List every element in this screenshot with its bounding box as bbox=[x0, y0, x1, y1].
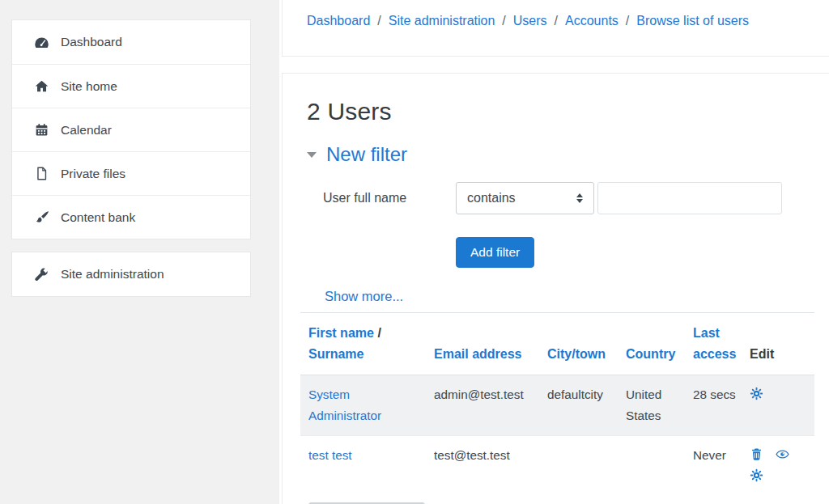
user-email-cell: test@test.test bbox=[426, 436, 539, 492]
user-city-cell: defaultcity bbox=[539, 375, 618, 436]
add-filter-button[interactable]: Add filter bbox=[456, 237, 534, 268]
content-card: 2 Users New filter User full name contai… bbox=[282, 73, 829, 504]
sidebar-item-dashboard[interactable]: Dashboard bbox=[12, 20, 250, 64]
user-country-cell bbox=[618, 436, 685, 492]
sidebar-item-site-home[interactable]: Site home bbox=[12, 64, 250, 108]
breadcrumb-separator: / bbox=[502, 14, 505, 28]
operator-select[interactable]: contains bbox=[456, 182, 594, 214]
header-city: City/town bbox=[539, 313, 618, 375]
header-edit: Edit bbox=[742, 313, 814, 375]
users-table: First name / Surname Email address City/… bbox=[300, 313, 814, 491]
nav-group-main: Dashboard Site home Calendar Private fil… bbox=[11, 19, 251, 239]
show-more-link[interactable]: Show more... bbox=[325, 289, 403, 304]
breadcrumb-link-dashboard[interactable]: Dashboard bbox=[307, 14, 370, 28]
breadcrumb-link-browse-list-of-users[interactable]: Browse list of users bbox=[636, 14, 749, 28]
filter-row: User full name contains bbox=[323, 182, 829, 214]
breadcrumb-card: Dashboard / Site administration / Users … bbox=[282, 0, 829, 57]
header-last-access: Last access bbox=[685, 313, 742, 375]
sort-email-link[interactable]: Email address bbox=[434, 347, 522, 361]
file-icon bbox=[34, 166, 49, 181]
sidebar-item-label: Site home bbox=[61, 79, 117, 94]
page-title: 2 Users bbox=[307, 98, 829, 125]
select-updown-icon bbox=[576, 193, 583, 203]
home-icon bbox=[34, 78, 49, 94]
breadcrumb-separator: / bbox=[377, 14, 380, 28]
sidebar-item-private-files[interactable]: Private files bbox=[12, 151, 250, 195]
sort-surname-link[interactable]: Surname bbox=[308, 347, 363, 361]
table-row: System Administrator admin@test.test def… bbox=[300, 375, 814, 436]
user-name-link[interactable]: test test bbox=[308, 448, 352, 462]
collapse-caret-icon bbox=[307, 152, 317, 158]
breadcrumb-link-site-administration[interactable]: Site administration bbox=[389, 14, 495, 28]
filter-value-input[interactable] bbox=[597, 182, 782, 214]
user-name-cell: System Administrator bbox=[300, 375, 426, 436]
sidebar-item-label: Private files bbox=[61, 167, 125, 181]
nav-group-admin: Site administration bbox=[11, 252, 251, 297]
breadcrumb: Dashboard / Site administration / Users … bbox=[307, 14, 829, 28]
breadcrumb-link-accounts[interactable]: Accounts bbox=[565, 14, 619, 28]
user-name-cell: test test bbox=[300, 436, 426, 492]
sidebar-item-label: Content bank bbox=[61, 210, 135, 225]
header-email: Email address bbox=[426, 313, 539, 375]
sidebar-item-label: Site administration bbox=[61, 267, 164, 282]
eye-icon[interactable] bbox=[776, 447, 789, 461]
user-edit-cell bbox=[742, 375, 814, 436]
calendar-icon bbox=[34, 122, 49, 138]
sidebar-item-calendar[interactable]: Calendar bbox=[12, 108, 250, 151]
user-last-access-cell: Never bbox=[685, 436, 742, 492]
user-edit-cell bbox=[742, 436, 814, 492]
nav-drawer: Dashboard Site home Calendar Private fil… bbox=[0, 0, 279, 504]
breadcrumb-link-users[interactable]: Users bbox=[513, 14, 547, 28]
sort-last-access-link[interactable]: Last access bbox=[693, 326, 736, 361]
user-last-access-cell: 28 secs bbox=[685, 375, 742, 436]
header-name: First name / Surname bbox=[300, 313, 426, 375]
wrench-icon bbox=[34, 267, 49, 282]
user-city-cell bbox=[539, 436, 618, 492]
header-country: Country bbox=[618, 313, 685, 375]
gear-icon[interactable] bbox=[750, 387, 763, 400]
sidebar-item-label: Calendar bbox=[61, 123, 112, 138]
new-filter-label: New filter bbox=[326, 143, 407, 166]
new-filter-toggle[interactable]: New filter bbox=[307, 143, 829, 166]
sort-city-link[interactable]: City/town bbox=[547, 347, 606, 361]
gear-icon[interactable] bbox=[750, 468, 763, 482]
sidebar-item-label: Dashboard bbox=[61, 35, 122, 49]
user-name-link[interactable]: System Administrator bbox=[308, 388, 381, 422]
dashboard-gauge-icon bbox=[34, 35, 49, 50]
trash-icon[interactable] bbox=[750, 447, 763, 461]
user-email-cell: admin@test.test bbox=[426, 375, 539, 436]
table-row: test test test@test.test Never bbox=[300, 436, 814, 492]
table-header-row: First name / Surname Email address City/… bbox=[300, 313, 814, 375]
sidebar-item-site-administration[interactable]: Site administration bbox=[12, 252, 250, 296]
sort-country-link[interactable]: Country bbox=[626, 347, 675, 361]
user-country-cell: United States bbox=[618, 375, 685, 436]
breadcrumb-separator: / bbox=[555, 14, 558, 28]
breadcrumb-separator: / bbox=[626, 14, 629, 28]
sidebar-item-content-bank[interactable]: Content bank bbox=[12, 195, 250, 239]
header-name-separator: / bbox=[377, 326, 380, 340]
operator-selected-value: contains bbox=[467, 191, 516, 205]
sort-first-name-link[interactable]: First name bbox=[308, 326, 374, 340]
paintbrush-icon bbox=[34, 210, 49, 225]
user-full-name-label: User full name bbox=[323, 191, 456, 205]
